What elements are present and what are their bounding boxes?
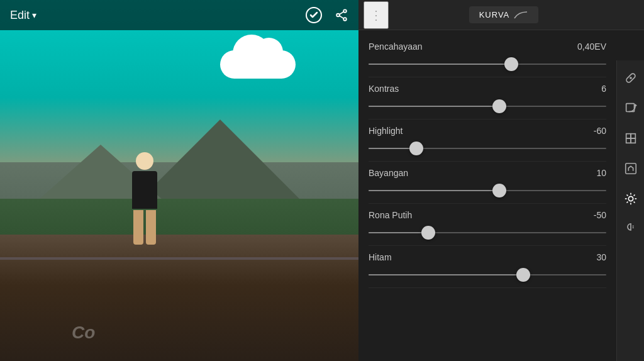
slider-header-pencahayaan: Pencahayaan 0,40EV (369, 42, 606, 52)
svg-point-7 (630, 77, 632, 79)
slider-row-rona-putih: Rona Putih -50 (369, 204, 606, 246)
slider-value-bayangan: 10 (581, 168, 606, 178)
kurva-label: KURVA (479, 10, 510, 19)
slider-value-pencahayaan: 0,40EV (577, 42, 606, 52)
person-head (136, 152, 153, 170)
svg-rect-10 (631, 134, 635, 138)
layers-icon[interactable] (621, 128, 641, 148)
slider-label-kontras: Kontras (369, 84, 399, 94)
confirm-button[interactable] (306, 7, 322, 23)
slider-thumb-highlight[interactable] (409, 142, 423, 155)
photo-background: Co (0, 0, 358, 361)
brightness-icon[interactable] (621, 189, 641, 209)
slider-row-highlight: Highlight -60 (369, 119, 606, 162)
svg-point-2 (336, 14, 340, 17)
slider-track-bayangan[interactable] (369, 184, 606, 197)
slider-header-rona-putih: Rona Putih -50 (369, 210, 606, 220)
slider-row-pencahayaan: Pencahayaan 0,40EV (369, 35, 606, 77)
slider-label-rona-putih: Rona Putih (369, 210, 412, 220)
svg-rect-11 (626, 138, 630, 143)
band-aid-icon[interactable] (621, 68, 641, 88)
svg-point-14 (628, 196, 633, 201)
slider-thumb-kontras[interactable] (492, 99, 506, 113)
svg-rect-12 (631, 138, 635, 143)
track-filled-hitam (369, 274, 523, 275)
person-legs (126, 210, 164, 245)
slider-label-pencahayaan: Pencahayaan (369, 42, 423, 52)
cloud (220, 50, 296, 79)
edit-button[interactable]: Edit ▾ (10, 9, 36, 22)
slider-thumb-bayangan[interactable] (492, 184, 506, 197)
enhance-icon[interactable] (621, 158, 641, 179)
edit-label: Edit (10, 9, 30, 22)
svg-line-22 (626, 202, 628, 203)
slider-thumb-hitam[interactable] (516, 268, 530, 282)
dots-menu-button[interactable]: ⋮ (364, 1, 389, 29)
slider-header-bayangan: Bayangan 10 (369, 168, 606, 178)
photo-panel: Co Edit ▾ (0, 0, 358, 361)
side-icons-panel (616, 60, 644, 361)
person-body (132, 171, 157, 209)
svg-line-4 (340, 12, 344, 14)
slider-value-hitam: 30 (581, 252, 606, 262)
slider-track-pencahayaan[interactable] (369, 58, 606, 70)
crop-rotate-icon[interactable] (621, 98, 641, 118)
svg-point-1 (343, 9, 347, 13)
track-filled-kontras (369, 106, 499, 107)
slider-value-highlight: -60 (581, 126, 606, 136)
kurva-button[interactable]: KURVA (469, 6, 539, 23)
svg-rect-13 (625, 164, 636, 174)
slider-label-highlight: Highlight (369, 126, 402, 136)
svg-line-20 (633, 202, 635, 203)
check-circle-icon (306, 7, 322, 23)
svg-line-21 (633, 194, 635, 196)
fence-railing (0, 257, 358, 260)
slider-row-hitam: Hitam 30 (369, 246, 606, 288)
edit-panel: ⋮ KURVA Pencahayaan 0,40EV Kontras (358, 0, 644, 361)
edit-toolbar: ⋮ KURVA (358, 0, 644, 30)
slider-track-highlight[interactable] (369, 142, 606, 155)
leg-right (146, 210, 156, 245)
share-button[interactable] (335, 8, 348, 22)
slider-header-kontras: Kontras 6 (369, 84, 606, 94)
slider-thumb-rona-putih[interactable] (421, 226, 435, 240)
slider-value-rona-putih: -50 (581, 210, 606, 220)
slider-row-bayangan: Bayangan 10 (369, 162, 606, 204)
slider-header-hitam: Hitam 30 (369, 252, 606, 262)
person-figure (126, 152, 164, 253)
slider-thumb-pencahayaan[interactable] (504, 57, 518, 71)
curve-icon (513, 11, 528, 19)
slider-label-bayangan: Bayangan (369, 168, 408, 178)
slider-label-hitam: Hitam (369, 252, 392, 262)
share-icon (335, 8, 348, 22)
slider-row-kontras: Kontras 6 (369, 77, 606, 119)
slider-value-kontras: 6 (581, 84, 606, 94)
edit-panel-wrapper: Pencahayaan 0,40EV Kontras 6 Highlight -… (358, 30, 644, 361)
sliders-area: Pencahayaan 0,40EV Kontras 6 Highlight -… (358, 30, 616, 361)
track-filled-rona-putih (369, 232, 428, 233)
slider-track-hitam[interactable] (369, 269, 606, 281)
photo-header: Edit ▾ (0, 0, 358, 30)
header-right-actions (306, 7, 348, 23)
slider-track-kontras[interactable] (369, 100, 606, 113)
track-filled-pencahayaan (369, 64, 511, 65)
temperature-icon[interactable] (621, 219, 641, 239)
ground-area (0, 235, 358, 361)
svg-line-19 (626, 194, 628, 196)
svg-rect-9 (626, 134, 630, 138)
slider-header-highlight: Highlight -60 (369, 126, 606, 136)
graffiti-text: Co (72, 323, 95, 343)
leg-left (133, 210, 143, 245)
slider-track-rona-putih[interactable] (369, 226, 606, 239)
dropdown-arrow-icon: ▾ (32, 10, 36, 20)
svg-line-5 (340, 16, 344, 18)
track-filled-bayangan (369, 190, 499, 191)
svg-point-3 (343, 18, 347, 21)
